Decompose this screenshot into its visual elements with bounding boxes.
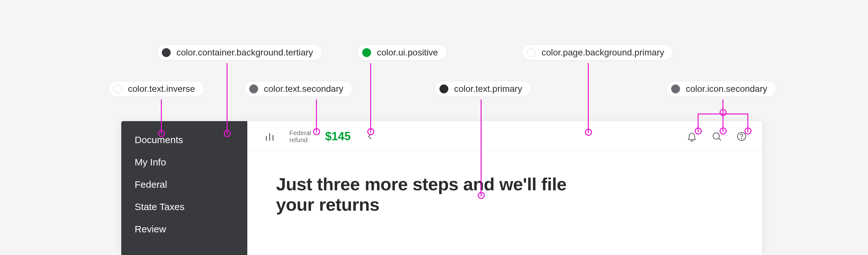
page-heading: Just three more steps and we'll file you… [276, 174, 595, 215]
swatch-icon [113, 84, 122, 94]
svg-point-6 [741, 138, 742, 139]
sidebar-item-label: State Taxes [135, 202, 184, 212]
token-pill-ui-positive: color.ui.positive [358, 45, 447, 61]
sidebar-item-my-info[interactable]: My Info [121, 151, 247, 173]
sidebar-item-label: My Info [135, 157, 166, 167]
swatch-icon [249, 84, 258, 94]
token-label: color.text.primary [454, 84, 522, 94]
swatch-icon [527, 48, 536, 57]
swatch-icon [162, 48, 171, 57]
chart-icon[interactable] [264, 131, 275, 142]
app-window: Documents My Info Federal State Taxes Re… [121, 121, 762, 255]
svg-line-4 [719, 138, 721, 140]
sidebar-item-state-taxes[interactable]: State Taxes [121, 196, 247, 218]
token-pill-text-inverse: color.text.inverse [108, 81, 204, 97]
token-pill-container-bg: color.container.background.tertiary [157, 45, 322, 61]
main-panel: Federal refund $145 [247, 121, 762, 255]
content-area: Just three more steps and we'll file you… [247, 152, 762, 238]
sidebar-item-review[interactable]: Review [121, 218, 247, 240]
swatch-icon [362, 48, 371, 57]
topbar: Federal refund $145 [247, 121, 762, 152]
token-pill-page-bg: color.page.background.primary [522, 45, 673, 61]
sidebar-item-federal[interactable]: Federal [121, 173, 247, 196]
sidebar: Documents My Info Federal State Taxes Re… [121, 121, 247, 255]
token-label: color.page.background.primary [541, 47, 664, 58]
sidebar-item-label: Federal [135, 179, 167, 190]
token-label: color.icon.secondary [686, 84, 767, 94]
token-label: color.ui.positive [377, 47, 438, 58]
token-label: color.text.secondary [264, 84, 343, 94]
token-pill-icon-secondary: color.icon.secondary [666, 81, 776, 97]
token-label: color.container.background.tertiary [177, 47, 313, 58]
swatch-icon [439, 84, 448, 94]
token-pill-text-primary: color.text.primary [435, 81, 531, 97]
refund-amount: $145 [325, 130, 351, 143]
token-label: color.text.inverse [128, 84, 195, 94]
swatch-icon [671, 84, 680, 94]
token-pill-text-secondary: color.text.secondary [244, 81, 352, 97]
sidebar-item-label: Review [135, 224, 166, 234]
